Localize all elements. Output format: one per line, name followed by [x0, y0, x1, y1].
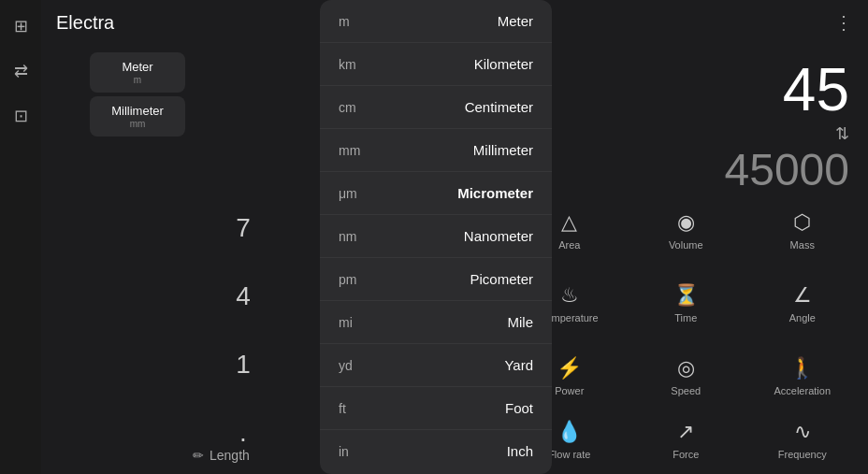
cat-frequency-label: Frequency — [778, 448, 827, 461]
acceleration-icon: 🚶 — [789, 356, 815, 381]
cat-mass[interactable]: ⬡ Mass — [745, 194, 861, 267]
more-button[interactable]: ⋮ — [834, 11, 853, 34]
dropdown-name-mi: Mile — [507, 314, 533, 330]
cat-angle-label: Angle — [789, 311, 816, 324]
force-icon: ↗ — [677, 420, 694, 444]
unit-chip-meter-label: Meter — [99, 60, 176, 74]
unit-chip-mm-sub: mm — [99, 119, 176, 129]
dropdown-name-μm: Micrometer — [457, 185, 533, 201]
dropdown-item-m[interactable]: mMeter — [320, 0, 552, 43]
area-icon: △ — [561, 210, 577, 235]
cat-force-label: Force — [673, 448, 699, 461]
dropdown-name-cm: Centimeter — [465, 99, 533, 115]
dropdown-abbr-ft: ft — [339, 401, 376, 416]
cat-volume[interactable]: ◉ Volume — [628, 194, 745, 267]
unit-dropdown[interactable]: mMeterkmKilometercmCentimetermmMillimete… — [320, 0, 552, 474]
dropdown-item-km[interactable]: kmKilometer — [320, 43, 552, 86]
dropdown-item-mm[interactable]: mmMillimeter — [320, 129, 552, 172]
cat-power-label: Power — [555, 384, 584, 397]
unit-panel: Meter m Millimeter mm — [82, 45, 193, 474]
cat-mass-label: Mass — [790, 238, 815, 251]
cat-flow-rate-label: Flow rate — [548, 448, 590, 461]
dropdown-item-mi[interactable]: miMile — [320, 301, 552, 344]
dropdown-name-mm: Millimeter — [473, 142, 533, 158]
dropdown-abbr-mm: mm — [339, 143, 376, 158]
numpad-4[interactable]: 4 — [200, 263, 286, 331]
unit-chip-meter-sub: m — [99, 75, 176, 85]
display-top-value: 45 — [783, 60, 849, 120]
cat-force[interactable]: ↗ Force — [628, 414, 745, 467]
dropdown-name-pm: Picometer — [470, 271, 533, 287]
cat-angle[interactable]: ∠ Angle — [745, 267, 861, 340]
power-icon: ⚡ — [557, 356, 582, 381]
dropdown-abbr-km: km — [339, 57, 376, 72]
numpad-7[interactable]: 7 — [200, 194, 286, 263]
dropdown-abbr-m: m — [339, 14, 376, 29]
dropdown-abbr-cm: cm — [339, 100, 376, 115]
swap-icon[interactable]: ⇄ — [7, 58, 34, 84]
dropdown-abbr-yd: yd — [339, 358, 376, 373]
cat-acceleration[interactable]: 🚶 Acceleration — [745, 340, 861, 413]
dropdown-name-m: Meter — [498, 13, 533, 29]
cat-speed-label: Speed — [671, 384, 701, 397]
pencil-icon: ✏ — [193, 448, 204, 463]
cat-frequency[interactable]: ∿ Frequency — [745, 414, 861, 467]
cat-volume-label: Volume — [669, 238, 703, 251]
temperature-icon: ♨ — [560, 283, 579, 308]
cat-acceleration-label: Acceleration — [774, 384, 831, 397]
dropdown-item-in[interactable]: inInch — [320, 430, 552, 472]
length-label: Length — [210, 448, 250, 463]
unit-chip-meter[interactable]: Meter m — [90, 52, 185, 93]
dropdown-name-yd: Yard — [504, 357, 533, 373]
sidebar: ⊞ ⇄ ⊡ — [0, 0, 41, 474]
speed-icon: ◎ — [677, 356, 695, 381]
dropdown-name-in: Inch — [507, 443, 533, 459]
cat-time[interactable]: ⏳ Time — [628, 267, 745, 340]
dropdown-item-μm[interactable]: μmMicrometer — [320, 172, 552, 215]
swap-icon[interactable]: ⇅ — [835, 123, 849, 144]
mass-icon: ⬡ — [793, 210, 811, 235]
dropdown-abbr-mi: mi — [339, 315, 376, 330]
dropdown-item-cm[interactable]: cmCentimeter — [320, 86, 552, 129]
dropdown-item-ft[interactable]: ftFoot — [320, 387, 552, 430]
dropdown-item-nm[interactable]: nmNanometer — [320, 215, 552, 258]
dropdown-item-pm[interactable]: pmPicometer — [320, 258, 552, 301]
frequency-icon: ∿ — [794, 420, 811, 444]
display-bottom-value: 45000 — [725, 148, 849, 193]
grid-icon[interactable]: ⊞ — [7, 13, 34, 39]
numpad-1[interactable]: 1 — [200, 331, 286, 399]
dropdown-abbr-nm: nm — [339, 229, 376, 244]
dropdown-name-km: Kilometer — [474, 56, 533, 72]
time-icon: ⏳ — [673, 283, 699, 308]
cat-area-label: Area — [558, 238, 580, 251]
unit-chip-mm-label: Millimeter — [99, 104, 176, 118]
folder-icon[interactable]: ⊡ — [7, 103, 34, 129]
flow-rate-icon: 💧 — [557, 420, 582, 444]
unit-chip-millimeter[interactable]: Millimeter mm — [90, 96, 185, 136]
dropdown-item-yd[interactable]: ydYard — [320, 344, 552, 387]
dropdown-name-ft: Foot — [505, 400, 533, 416]
cat-speed[interactable]: ◎ Speed — [628, 340, 745, 413]
dropdown-name-nm: Nanometer — [464, 228, 533, 244]
dropdown-abbr-in: in — [339, 444, 376, 459]
dropdown-abbr-μm: μm — [339, 186, 376, 201]
cat-time-label: Time — [674, 311, 697, 324]
angle-icon: ∠ — [793, 283, 812, 308]
dropdown-abbr-pm: pm — [339, 272, 376, 287]
volume-icon: ◉ — [677, 210, 695, 235]
app-title: Electra — [56, 12, 114, 34]
